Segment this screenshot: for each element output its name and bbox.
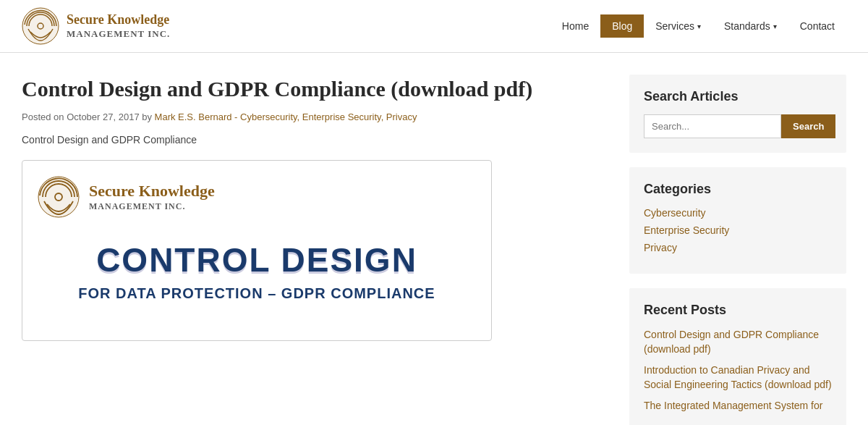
category-link-privacy[interactable]: Privacy [644, 242, 832, 253]
standards-dropdown-arrow: ▾ [773, 22, 777, 30]
search-input[interactable] [644, 114, 781, 138]
image-main-heading: CONTROL DESIGN [37, 240, 477, 279]
article-meta: Posted on October 27, 2017 by Mark E.S. … [22, 111, 600, 122]
search-section: Search Articles Search [629, 75, 846, 153]
site-header: Secure Knowledge Management Inc. Home Bl… [0, 0, 868, 53]
recent-post-link-2[interactable]: Introduction to Canadian Privacy and Soc… [644, 363, 832, 392]
article-title: Control Design and GDPR Compliance (down… [22, 75, 600, 103]
search-section-title: Search Articles [644, 89, 832, 104]
search-button[interactable]: Search [781, 114, 835, 138]
article-description: Control Design and GDPR Compliance [22, 134, 600, 146]
image-logo-title: Secure Knowledge [89, 182, 215, 201]
author-link[interactable]: Mark E.S. Bernard - Cybersecurity, Enter… [155, 111, 417, 122]
categories-section: Categories Cybersecurity Enterprise Secu… [629, 167, 846, 274]
search-row: Search [644, 114, 832, 138]
categories-title: Categories [644, 182, 832, 197]
services-dropdown-arrow: ▾ [697, 22, 701, 30]
recent-posts-section: Recent Posts Control Design and GDPR Com… [629, 288, 846, 425]
image-logo-subtitle: Management Inc. [89, 201, 215, 212]
nav-item-home[interactable]: Home [550, 14, 600, 38]
image-sub-heading: FOR DATA PROTECTION – GDPR COMPLIANCE [37, 285, 477, 302]
main-content: Control Design and GDPR Compliance (down… [22, 75, 600, 425]
image-logo-icon [37, 175, 80, 219]
article-image-box: Secure Knowledge Management Inc. CONTROL… [22, 160, 492, 341]
recent-post-link-3[interactable]: The Integrated Management System for [644, 399, 832, 413]
nav-item-blog[interactable]: Blog [600, 14, 644, 38]
category-link-enterprise-security[interactable]: Enterprise Security [644, 224, 832, 236]
sidebar: Search Articles Search Categories Cybers… [629, 75, 846, 425]
nav-item-services[interactable]: Services ▾ [644, 14, 712, 38]
nav-item-standards[interactable]: Standards ▾ [712, 14, 788, 38]
main-nav: Home Blog Services ▾ Standards ▾ Contact [550, 14, 846, 38]
logo-icon [22, 7, 59, 45]
image-main-text-area: CONTROL DESIGN FOR DATA PROTECTION – GDP… [37, 233, 477, 309]
image-logo-area: Secure Knowledge Management Inc. [37, 175, 215, 219]
logo-text: Secure Knowledge Management Inc. [67, 12, 170, 40]
page-body: Control Design and GDPR Compliance (down… [0, 53, 868, 425]
site-logo[interactable]: Secure Knowledge Management Inc. [22, 7, 170, 45]
recent-post-link-1[interactable]: Control Design and GDPR Compliance (down… [644, 328, 832, 356]
logo-title: Secure Knowledge [67, 12, 170, 28]
category-link-cybersecurity[interactable]: Cybersecurity [644, 207, 832, 219]
recent-posts-title: Recent Posts [644, 303, 832, 318]
svg-point-0 [22, 8, 59, 44]
logo-subtitle: Management Inc. [67, 28, 170, 40]
nav-item-contact[interactable]: Contact [788, 14, 846, 38]
image-logo-text: Secure Knowledge Management Inc. [89, 182, 215, 211]
